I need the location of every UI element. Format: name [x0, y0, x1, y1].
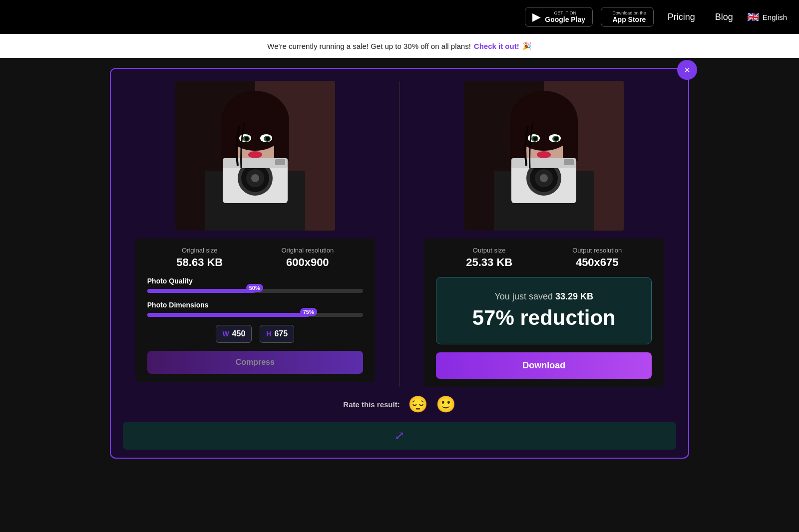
width-label: W: [222, 330, 229, 338]
close-button[interactable]: ×: [677, 60, 697, 80]
svg-point-20: [245, 137, 249, 141]
output-info-card: Output size 25.33 KB Output resolution 4…: [424, 239, 664, 387]
savings-card: You just saved 33.29 KB 57% reduction: [436, 277, 652, 344]
width-value: 450: [232, 329, 246, 338]
output-size-label: Output size: [473, 247, 506, 254]
download-button[interactable]: Download: [436, 352, 652, 379]
savings-amount: 33.29 KB: [555, 291, 593, 301]
pricing-link[interactable]: Pricing: [662, 12, 701, 22]
columns-container: Original size 58.63 KB Original resoluti…: [123, 81, 676, 387]
original-size-value: 58.63 KB: [176, 256, 223, 269]
svg-point-13: [251, 174, 259, 182]
height-label: H: [266, 330, 271, 338]
svg-point-36: [540, 174, 548, 182]
google-play-icon: ▶: [532, 10, 541, 23]
original-size-label: Original size: [182, 247, 218, 254]
dimensions-slider-track[interactable]: 75%: [147, 313, 363, 317]
quality-badge: 50%: [246, 284, 263, 292]
svg-point-21: [266, 137, 270, 141]
output-resolution-label: Output resolution: [572, 247, 622, 254]
quality-slider-fill: 50%: [147, 289, 255, 293]
main-area: ×: [0, 58, 799, 532]
output-image: [464, 81, 624, 231]
width-input[interactable]: W 450: [216, 325, 252, 343]
language-button[interactable]: 🇬🇧 English: [747, 11, 787, 23]
language-label: English: [763, 13, 787, 21]
rating-section: Rate this result: 😔 🙂: [123, 395, 676, 414]
app-store-top-text: Download on the: [612, 10, 646, 15]
google-play-top-text: GET IT ON: [545, 10, 585, 15]
original-size-group: Original size 58.63 KB: [176, 247, 223, 269]
original-resolution-label: Original resolution: [281, 247, 334, 254]
quality-slider-section: Photo Quality 50%: [147, 277, 363, 293]
app-store-main-text: App Store: [612, 15, 646, 23]
output-image-container: [464, 81, 624, 231]
google-play-button[interactable]: ▶ GET IT ON Google Play: [525, 7, 593, 27]
right-column: Output size 25.33 KB Output resolution 4…: [400, 81, 677, 387]
height-input[interactable]: H 675: [260, 325, 294, 343]
sad-emoji[interactable]: 😔: [408, 395, 428, 414]
height-value: 675: [274, 329, 288, 338]
compress-button[interactable]: Compress: [147, 351, 363, 374]
output-size-value: 25.33 KB: [466, 256, 512, 269]
svg-rect-31: [563, 121, 578, 161]
dimensions-slider-fill: 75%: [147, 313, 309, 317]
original-image: [175, 81, 335, 231]
svg-rect-8: [274, 121, 289, 161]
output-resolution-value: 450x675: [576, 256, 619, 269]
sale-emoji: 🎉: [522, 41, 532, 50]
sale-link[interactable]: Check it out!: [474, 42, 519, 50]
sale-text: We're currently running a sale! Get up t…: [267, 42, 471, 50]
dimensions-badge: 75%: [300, 308, 317, 316]
savings-line1: You just saved 33.29 KB: [452, 291, 635, 302]
quality-slider-track[interactable]: 50%: [147, 289, 363, 293]
dimensions-label: Photo Dimensions: [147, 301, 363, 309]
dimension-inputs-container: W 450 H 675: [147, 325, 363, 343]
svg-rect-38: [564, 159, 574, 165]
navbar: ▶ GET IT ON Google Play Download on the …: [0, 0, 799, 34]
google-play-main-text: Google Play: [545, 15, 585, 23]
app-store-button[interactable]: Download on the App Store: [601, 7, 654, 27]
expand-icon[interactable]: ⤢: [395, 429, 404, 443]
original-resolution-group: Original resolution 600x900: [281, 247, 334, 269]
sale-banner: We're currently running a sale! Get up t…: [0, 34, 799, 58]
output-resolution-group: Output resolution 450x675: [572, 247, 622, 269]
svg-point-45: [537, 151, 551, 158]
neutral-emoji[interactable]: 🙂: [436, 395, 456, 414]
output-size-group: Output size 25.33 KB: [466, 247, 512, 269]
dimensions-slider-section: Photo Dimensions 75%: [147, 301, 363, 317]
svg-rect-15: [275, 159, 285, 165]
original-image-container: [175, 81, 335, 231]
rating-label: Rate this result:: [343, 400, 400, 409]
original-info-card: Original size 58.63 KB Original resoluti…: [135, 239, 375, 382]
svg-point-44: [554, 137, 558, 141]
output-info-row: Output size 25.33 KB Output resolution 4…: [436, 247, 652, 269]
original-info-row: Original size 58.63 KB Original resoluti…: [147, 247, 363, 269]
savings-percentage: 57% reduction: [452, 306, 635, 330]
original-resolution-value: 600x900: [286, 256, 329, 269]
left-column: Original size 58.63 KB Original resoluti…: [123, 81, 400, 387]
bottom-bar: ⤢: [123, 422, 676, 450]
comparison-panel: ×: [110, 68, 689, 459]
blog-link[interactable]: Blog: [709, 12, 739, 22]
flag-icon: 🇬🇧: [747, 11, 760, 23]
svg-point-43: [533, 137, 537, 141]
svg-point-22: [248, 151, 262, 158]
